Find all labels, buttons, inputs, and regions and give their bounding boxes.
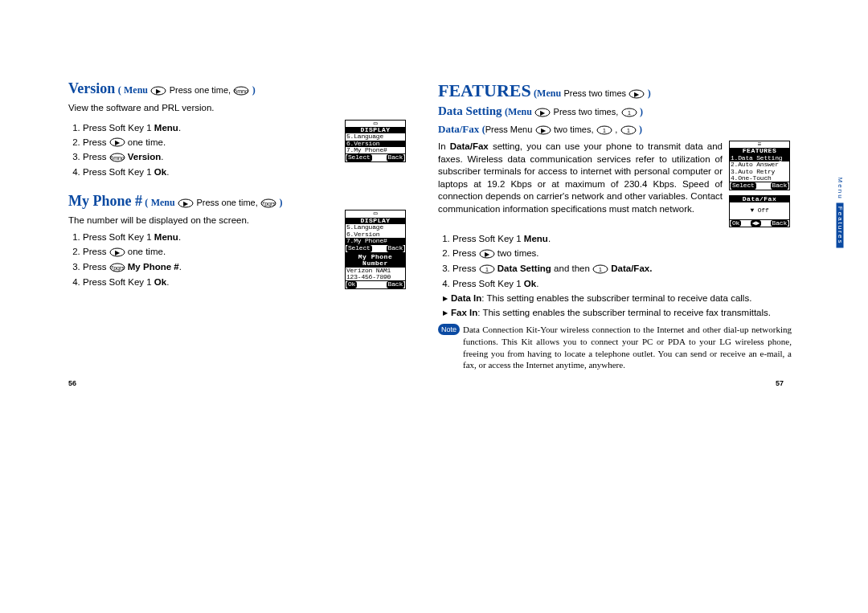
datafax-heading-line: Data/Fax (Press Menu ▶ two times, 1 , 1 …: [438, 123, 792, 136]
nav-action-text: Press two times: [563, 88, 626, 98]
softkey-left: Ok: [731, 220, 741, 227]
svg-text:▶: ▶: [115, 249, 121, 256]
screen-title: My Phone Number: [346, 254, 405, 268]
svg-text:1: 1: [628, 110, 631, 116]
svg-text:▶: ▶: [156, 88, 162, 95]
screen-row: 6.Version: [346, 231, 405, 238]
note-text: Data Connection Kit-Your wireless connec…: [463, 324, 792, 371]
nav-right-icon: ▶: [109, 137, 125, 147]
nav-menu-label: Menu: [124, 84, 148, 96]
svg-text:▶: ▶: [183, 200, 189, 207]
screen-row: 7.My Phone#: [346, 238, 405, 244]
softkey-right: Back: [771, 182, 788, 189]
screen-row: Verizon NAM1: [346, 268, 405, 274]
svg-text:1: 1: [603, 128, 606, 133]
key-7-icon: 7pqrs: [260, 198, 276, 208]
nav-action-text: Press one time,: [196, 198, 257, 207]
svg-text:▶: ▶: [540, 109, 546, 116]
section-version: Version ( Menu ▶ Press one time, 6mno ): [68, 80, 406, 97]
screen-title: DISPLAY: [346, 218, 405, 224]
nav-right-icon: ▶: [479, 249, 495, 259]
nav-menu-label: Menu: [151, 197, 175, 208]
screen-row: 5.Language: [346, 133, 405, 140]
screen-row: 4.One-Touch: [730, 175, 789, 182]
softkey-right: Back: [387, 245, 404, 251]
screen-row: 2.Auto Answer: [730, 161, 789, 168]
svg-text:7pqrs: 7pqrs: [261, 201, 276, 207]
item-fax-in: Fax In: This setting enables the subscri…: [443, 308, 792, 317]
nav-right-icon: ▶: [178, 198, 194, 208]
screen-title: DISPLAY: [346, 127, 405, 133]
svg-text:1: 1: [599, 267, 602, 272]
screen-myphone-2: My Phone Number Verizon NAM1 123-456-789…: [345, 253, 406, 289]
tab-pre: Menu: [837, 178, 844, 200]
heading-version: Version: [68, 80, 115, 96]
version-desc: View the software and PRL version.: [68, 102, 406, 115]
svg-text:6mno: 6mno: [110, 155, 125, 161]
nav-right-icon: ▶: [109, 247, 125, 257]
svg-text:1: 1: [627, 128, 630, 133]
nav-right-icon: ▶: [150, 86, 166, 96]
section-myphone: My Phone # ( Menu ▶ Press one time, 7pqr…: [68, 193, 406, 210]
heading-datafax: Data/Fax: [438, 123, 479, 135]
key-6-icon: 6mno: [233, 86, 249, 96]
step: Press Soft Key 1 Ok.: [452, 279, 792, 288]
key-1-icon: 1: [479, 264, 495, 274]
note-block: Note Data Connection Kit-Your wireless c…: [438, 324, 792, 371]
step: Press ▶ two times.: [452, 248, 792, 259]
svg-text:1: 1: [485, 267, 489, 272]
key-1-icon: 1: [596, 125, 612, 135]
data-setting-heading-line: Data Setting (Menu ▶ Press two times, 1 …: [438, 104, 792, 118]
tab-highlight: Features: [837, 203, 844, 248]
screen-value: ▼ Off: [730, 207, 789, 214]
screen-features: ≡ FEATURES 1.Data Setting 2.Auto Answer …: [729, 141, 790, 190]
nav-right-icon: ▶: [628, 89, 645, 99]
heading-data-setting: Data Setting: [438, 104, 502, 117]
screen-row: 5.Language: [346, 224, 405, 231]
nav-menu-label: Menu: [537, 88, 561, 99]
screen-row: 1.Data Setting: [730, 155, 789, 161]
screen-title: FEATURES: [730, 148, 789, 154]
nav-close-paren: ): [252, 84, 256, 96]
softkey-left: Select: [346, 154, 372, 161]
side-tab: Menu Features: [837, 177, 844, 249]
screen-row: 6.Version: [346, 141, 405, 147]
nav-right-icon: ▶: [534, 108, 551, 117]
step: Press Soft Key 1 Menu.: [452, 234, 792, 243]
features-heading-line: FEATURES (Menu Press two times ▶ ): [438, 80, 792, 101]
softkey-left: Select: [731, 182, 756, 189]
nav-mid: two times,: [554, 125, 594, 134]
svg-text:▶: ▶: [485, 251, 490, 258]
nav-menu-label: Menu: [508, 106, 532, 117]
nav-pre: Press Menu: [485, 125, 533, 134]
datafax-steps: Press Soft Key 1 Menu. Press ▶ two times…: [438, 234, 792, 288]
svg-text:7pqrs: 7pqrs: [110, 265, 125, 272]
key-1-icon: 1: [592, 264, 608, 274]
softkey-left: Ok: [346, 281, 357, 288]
softkey-right: Back: [387, 281, 404, 288]
nav-open-paren: (: [118, 84, 121, 96]
svg-text:▶: ▶: [634, 91, 640, 98]
item-data-in: Data In: This setting enables the subscr…: [443, 293, 792, 303]
svg-text:6mno: 6mno: [235, 88, 249, 94]
key-1-icon: 1: [620, 125, 637, 135]
key-7-icon: 7pqrs: [109, 263, 125, 272]
key-6-icon: 6mno: [109, 153, 125, 162]
screen-row: 123-456-7890: [346, 274, 405, 280]
screen-version: ▭ DISPLAY 5.Language 6.Version 7.My Phon…: [345, 120, 406, 162]
step: Press 1 Data Setting and then 1 Data/Fax…: [452, 264, 792, 274]
heading-myphone: My Phone #: [68, 193, 142, 209]
screen-row: 7.My Phone#: [346, 147, 405, 153]
page-56: Version ( Menu ▶ Press one time, 6mno ) …: [68, 80, 430, 371]
note-label: Note: [438, 324, 460, 335]
screen-title: Data/Fax: [730, 196, 789, 202]
svg-text:▶: ▶: [541, 127, 547, 134]
screen-datafax: Data/Fax ▼ Off Ok◀▶Back: [729, 195, 790, 227]
nav-right-icon: ▶: [535, 125, 551, 135]
softkey-right: Back: [387, 154, 404, 161]
nav-action-text: Press two times,: [554, 107, 619, 116]
softkey-left: Select: [346, 245, 372, 251]
step: Press Soft Key 1 Ok.: [83, 167, 406, 177]
heading-features: FEATURES: [438, 80, 531, 100]
screen-row: 3.Auto Retry: [730, 169, 789, 175]
